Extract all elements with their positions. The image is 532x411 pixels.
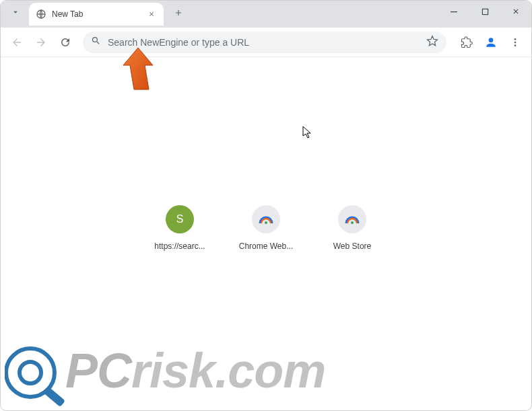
svg-point-7 (265, 221, 267, 224)
toolbar (1, 28, 531, 57)
address-bar-input[interactable] (108, 37, 420, 48)
extensions-button[interactable] (456, 32, 477, 53)
active-tab[interactable]: New Tab (29, 3, 164, 26)
close-window-button[interactable] (500, 1, 531, 22)
close-icon (148, 11, 155, 17)
browser-window: New Tab (0, 0, 532, 411)
arrow-right-icon (35, 36, 47, 48)
titlebar: New Tab (1, 1, 531, 28)
omnibox[interactable] (83, 32, 446, 53)
titlebar-left: New Tab (6, 1, 188, 28)
bookmark-star-button[interactable] (426, 35, 438, 50)
new-tab-page: S https://searc... Chrome Web... (1, 57, 531, 410)
tab-title: New Tab (52, 9, 141, 19)
shortcuts-row: S https://searc... Chrome Web... (151, 205, 381, 251)
shortcut-label: https://searc... (154, 241, 205, 251)
minimize-button[interactable] (438, 1, 469, 22)
maximize-button[interactable] (469, 1, 500, 22)
svg-rect-2 (482, 9, 488, 14)
tab-close-button[interactable] (146, 9, 157, 20)
chevron-down-icon (11, 7, 20, 17)
reload-button[interactable] (55, 32, 76, 53)
star-icon (426, 35, 438, 47)
extensions-icon (461, 36, 473, 48)
shortcut-item[interactable]: S https://searc... (151, 205, 209, 251)
shortcut-item[interactable]: Web Store (323, 205, 381, 251)
plus-icon (174, 8, 183, 17)
shortcut-label: Chrome Web... (239, 241, 293, 251)
webstore-icon (259, 215, 273, 224)
search-icon (91, 36, 101, 48)
shortcut-favicon-letter: S (166, 205, 194, 233)
svg-point-6 (514, 44, 517, 46)
shortcut-item[interactable]: Chrome Web... (237, 205, 295, 251)
back-button[interactable] (6, 32, 28, 53)
new-tab-button[interactable] (169, 3, 188, 22)
svg-point-4 (514, 38, 517, 40)
shortcut-label: Web Store (333, 241, 371, 251)
reload-icon (59, 36, 71, 48)
webstore-icon (345, 215, 360, 224)
shortcut-favicon (338, 205, 366, 233)
toolbar-actions (456, 32, 526, 53)
kebab-menu-icon (510, 37, 521, 48)
minimize-icon (450, 7, 458, 15)
svg-point-8 (351, 221, 354, 224)
arrow-left-icon (11, 36, 23, 48)
forward-button[interactable] (30, 32, 52, 53)
svg-point-3 (489, 38, 494, 42)
search-tabs-button[interactable] (6, 3, 25, 22)
menu-button[interactable] (504, 32, 526, 53)
window-controls (438, 1, 531, 28)
profile-button[interactable] (480, 32, 502, 53)
svg-point-5 (514, 41, 517, 43)
close-icon (512, 7, 520, 15)
avatar-icon (484, 36, 498, 49)
svg-rect-1 (451, 11, 457, 12)
maximize-icon (481, 8, 489, 15)
globe-icon (36, 9, 46, 20)
shortcut-favicon (252, 205, 280, 233)
